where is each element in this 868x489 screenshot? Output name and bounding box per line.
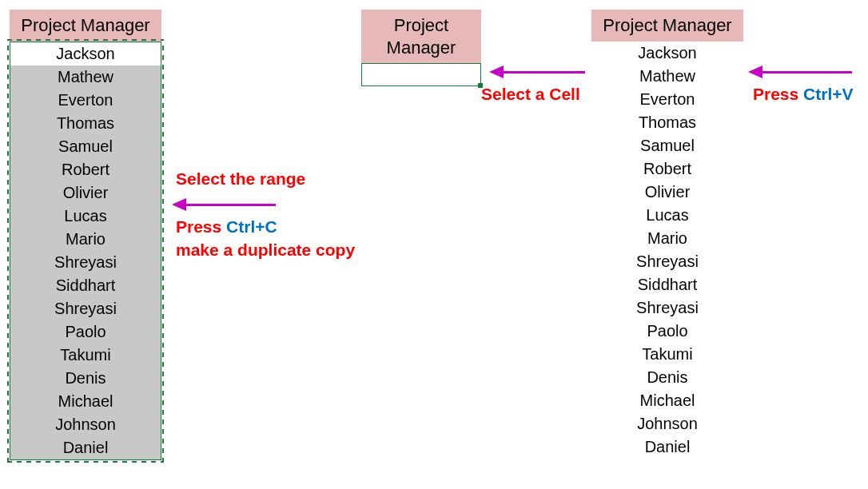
annotation-select-cell: Select a Cell xyxy=(481,83,580,105)
table-row[interactable]: Thomas xyxy=(10,112,161,135)
selected-target-cell[interactable] xyxy=(361,63,481,86)
annotation-select-range: Select the range Press Ctrl+C make a dup… xyxy=(176,168,355,261)
table-row[interactable]: Lucas xyxy=(591,204,743,227)
table-row[interactable]: Siddhart xyxy=(591,273,743,296)
table-row[interactable]: Mario xyxy=(591,227,743,250)
annotation-press-ctrl-v: Press Ctrl+V xyxy=(753,83,854,105)
col1-header: Project Manager xyxy=(10,10,161,42)
table-row[interactable]: Johnson xyxy=(591,412,743,435)
table-row[interactable]: Shreyasi xyxy=(10,297,161,320)
arrow-left-2 xyxy=(489,66,585,78)
annotation-text: Press Ctrl+C xyxy=(176,216,355,238)
table-row[interactable]: Olivier xyxy=(591,181,743,204)
table-row[interactable]: Takumi xyxy=(591,343,743,366)
table-row[interactable]: Lucas xyxy=(10,205,161,228)
table-row[interactable]: Robert xyxy=(10,158,161,181)
table-row[interactable]: Denis xyxy=(591,366,743,389)
annotation-text: make a duplicate copy xyxy=(176,239,355,261)
table-row[interactable]: Daniel xyxy=(10,436,161,459)
table-row[interactable]: Michael xyxy=(591,389,743,412)
table-row[interactable]: Michael xyxy=(10,390,161,413)
table-row[interactable]: Everton xyxy=(10,89,161,112)
cell-active[interactable]: Jackson xyxy=(10,42,161,66)
table-row[interactable]: Paolo xyxy=(10,320,161,344)
table-row[interactable]: Shreyasi xyxy=(591,296,743,320)
table-row[interactable]: Mario xyxy=(10,228,161,251)
table-row[interactable]: Robert xyxy=(591,157,743,181)
arrow-left-3 xyxy=(748,66,852,78)
table-row[interactable]: Paolo xyxy=(591,320,743,343)
table-row[interactable]: Olivier xyxy=(10,181,161,205)
table-row[interactable]: Siddhart xyxy=(10,274,161,297)
col2-header: Project Manager xyxy=(361,10,481,63)
table-row[interactable]: Samuel xyxy=(591,134,743,157)
col3-header: Project Manager xyxy=(591,10,743,42)
table-row[interactable]: Shreyasi xyxy=(591,250,743,273)
table-row[interactable]: Denis xyxy=(10,367,161,390)
table-row[interactable]: Everton xyxy=(591,88,743,111)
table-row[interactable]: Johnson xyxy=(10,413,161,436)
table-row[interactable]: Daniel xyxy=(591,435,743,459)
table-row[interactable]: Mathew xyxy=(10,66,161,89)
table-row[interactable]: Shreyasi xyxy=(10,251,161,274)
table-row[interactable]: Jackson xyxy=(591,42,743,65)
annotation-text: Select the range xyxy=(176,168,355,190)
table-row[interactable]: Samuel xyxy=(10,135,161,158)
table-row[interactable]: Takumi xyxy=(10,344,161,367)
table-row[interactable]: Thomas xyxy=(591,111,743,134)
table-row[interactable]: Mathew xyxy=(591,65,743,88)
